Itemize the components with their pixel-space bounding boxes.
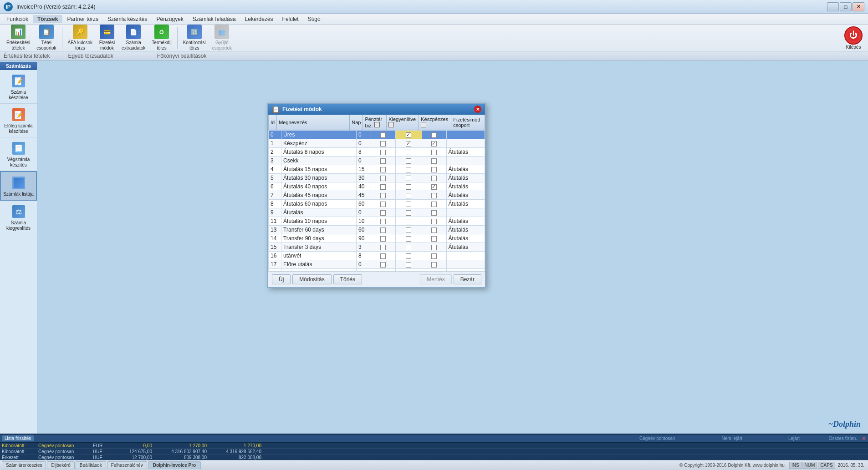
menu-lekerdezas[interactable]: Lekérdezés — [240, 15, 278, 23]
table-row[interactable]: 15 Transfer 3 days 3 Átutalás — [269, 243, 485, 252]
menu-funkciok[interactable]: Funkciók — [2, 15, 33, 23]
vegszamla-icon: 📃 — [11, 141, 26, 156]
cell-name: Üres — [281, 131, 357, 139]
cell-keszpenz — [422, 208, 446, 217]
cell-id: 7 — [269, 191, 281, 200]
bottom-cegnev-2: Cégnév pontosan — [38, 449, 93, 454]
label-fokonyvei: Főkönyvi beállítások — [157, 53, 207, 59]
table-row[interactable]: 14 Transfer 90 days 90 Átutalás — [269, 234, 485, 243]
col-nap: Nap — [350, 115, 363, 130]
toolbar-gyujto[interactable]: 👥 Gyűjtőcsoportok — [209, 23, 235, 53]
cell-name: Transfer 60 days — [281, 226, 357, 234]
bottom-nem-1: 0,00 — [107, 443, 152, 448]
menu-sugo[interactable]: Súgó — [303, 15, 325, 23]
bottom-row-2: Kibocsátott Cégnév pontosan HUF 124 675,… — [0, 449, 868, 455]
status-tab-felhasznalonev[interactable]: Felhasználónév — [107, 461, 147, 469]
minimize-button[interactable]: ─ — [827, 2, 839, 11]
status-tab-beallitasok[interactable]: Beállítások — [76, 461, 106, 469]
table-row[interactable]: 16 utánvét 8 — [269, 252, 485, 260]
col-h-osszes: Összes fizlen. — [802, 436, 857, 441]
cell-kiegyenlitve — [395, 148, 422, 157]
toolbar-fizetesi-modok[interactable]: 💳 Fizetésimódok — [96, 23, 118, 53]
cell-keszpenz — [422, 226, 446, 234]
sidebar-item-eloleg[interactable]: 📝 Előleg számlakészítése — [0, 104, 37, 137]
cell-name: Csekk — [281, 157, 357, 165]
status-tab-szamlar[interactable]: Számlárerkesztes — [2, 461, 46, 469]
termekdij-label: Termékdíjtörzs — [152, 40, 171, 51]
dialog-close-button[interactable]: ✕ — [474, 106, 481, 113]
cell-id: 13 — [269, 226, 281, 234]
menu-torzsek[interactable]: Törzsek — [33, 15, 62, 23]
close-button[interactable]: ✕ — [853, 2, 864, 11]
bottom-type-2: Kibocsátott — [2, 449, 38, 454]
cell-csoport: Átutalás — [446, 182, 485, 191]
maximize-button[interactable]: □ — [840, 2, 852, 11]
cell-kiegyenlitve — [395, 234, 422, 243]
sidebar-item-szamlak-listaja[interactable]: Számlák listája — [0, 171, 37, 201]
cell-name: Átutalás 10 napos — [281, 217, 357, 226]
cell-penztarbiz — [371, 252, 395, 260]
table-row[interactable]: 11 Átutalás 10 napos 10 Átutalás — [269, 217, 485, 226]
status-tab-dijbekero[interactable]: Dijbekérő — [47, 461, 74, 469]
cell-nap: 0 — [357, 139, 371, 148]
status-tab-dolphin[interactable]: Dolphin-Invoice Pro — [148, 461, 201, 469]
menu-penzugyek[interactable]: Pénzügyek — [152, 15, 188, 23]
cell-name: Előre utalás — [281, 260, 357, 269]
table-scroll-area[interactable]: 0 Üres 0 1 Készpénz 0 — [268, 130, 485, 271]
sidebar-item-vegszamla[interactable]: 📃 Végszámlakészítés — [0, 137, 37, 171]
delete-button[interactable]: Törlés — [333, 274, 362, 284]
save-button[interactable]: Mentés — [420, 274, 451, 284]
fizetesi-table-body: 0 Üres 0 1 Készpénz 0 — [268, 130, 485, 271]
menu-szamla-keszites[interactable]: Számla készítés — [103, 15, 152, 23]
cell-kiegyenlitve — [395, 252, 422, 260]
col-h-nemlejart: Nem lejárt — [697, 436, 742, 441]
cell-csoport — [446, 139, 485, 148]
menu-szamlak-feladasa[interactable]: Számlák feladása — [188, 15, 240, 23]
toolbar-ertekesitesi-tetelek[interactable]: 📊 Értékesítésitételek — [4, 23, 33, 53]
col-kiegyenlitve: Kiegyenlítve — [387, 115, 419, 130]
cell-keszpenz — [422, 182, 446, 191]
tetel-icon: 📋 — [39, 25, 54, 39]
table-row[interactable]: 0 Üres 0 — [269, 131, 485, 139]
bottom-panel-close[interactable]: ✕ — [862, 435, 866, 442]
new-button[interactable]: Új — [272, 274, 291, 284]
col-megnevezes: Megnevezés — [277, 115, 350, 130]
toolbar-tetel-csoportok[interactable]: 📋 Tételcsoportok — [34, 23, 59, 53]
toolbar-kontirozasi[interactable]: 🔢 Kontírozásitörzs — [180, 23, 209, 53]
gyujto-label: Gyűjtőcsoportok — [212, 40, 232, 51]
table-row[interactable]: 2 Átutalás 8 napos 8 Átutalás — [269, 148, 485, 157]
table-row[interactable]: 3 Csekk 0 — [269, 157, 485, 165]
table-row[interactable]: 9 Átutalás 0 — [269, 208, 485, 217]
window-controls: ─ □ ✕ — [827, 2, 864, 11]
cell-nap: 3 — [357, 243, 371, 252]
table-row[interactable]: 1 Készpénz 0 — [269, 139, 485, 148]
kileps-button[interactable]: ⏻ Kilépés — [842, 25, 864, 51]
cell-nap: 8 — [357, 252, 371, 260]
cell-nap: 30 — [357, 174, 371, 182]
table-row[interactable]: 17 Előre utalás 0 — [269, 260, 485, 269]
sidebar-item-kiegyenlites[interactable]: ⚖ Számla kiegyenlítés — [0, 201, 37, 234]
sidebar-item-szamla-keszitese[interactable]: 📝 Számla készítése — [0, 70, 37, 104]
table-row[interactable]: 8 Átutalás 60 napos 60 Átutalás — [269, 200, 485, 208]
table-row[interactable]: 7 Átutalás 45 napos 45 Átutalás — [269, 191, 485, 200]
toolbar-afa-kulcsok[interactable]: 🔑 ÁFA kulcsoktörzs — [65, 23, 95, 53]
cell-kiegyenlitve — [395, 217, 422, 226]
ertekesitesi-label: Értékesítésitételek — [6, 40, 30, 51]
cell-nap: 45 — [357, 191, 371, 200]
menu-partner[interactable]: Partner törzs — [62, 15, 103, 23]
cell-name: Átutalás 15 napos — [281, 165, 357, 174]
lista-frissites-button[interactable]: Lista frissítés — [2, 435, 34, 441]
toolbar-szamla-extra[interactable]: 📄 Számlaextraadatok — [119, 23, 148, 53]
modify-button[interactable]: Módosítás — [292, 274, 331, 284]
close-dialog-button[interactable]: Bezár — [454, 274, 481, 284]
menu-felulet[interactable]: Felület — [278, 15, 303, 23]
table-row[interactable]: 5 Átutalás 30 napos 30 Átutalás — [269, 174, 485, 182]
table-row[interactable]: 13 Transfer 60 days 60 Átutalás — [269, 226, 485, 234]
table-row[interactable]: 6 Átutalás 40 napos 40 Átutalás — [269, 182, 485, 191]
toolbar-termekdij[interactable]: ♻ Termékdíjtörzs — [149, 23, 174, 53]
col-h-cegnev: Cégnév pontosan — [639, 436, 694, 441]
dialog-title-bar: 📋 Fizetési módok ✕ — [268, 104, 485, 115]
table-row[interactable]: 4 Átutalás 15 napos 15 Átutalás — [269, 165, 485, 174]
eloleg-label: Előleg számlakészítése — [4, 123, 32, 134]
label-egyeb: Egyéb törzsadatok — [68, 53, 113, 59]
